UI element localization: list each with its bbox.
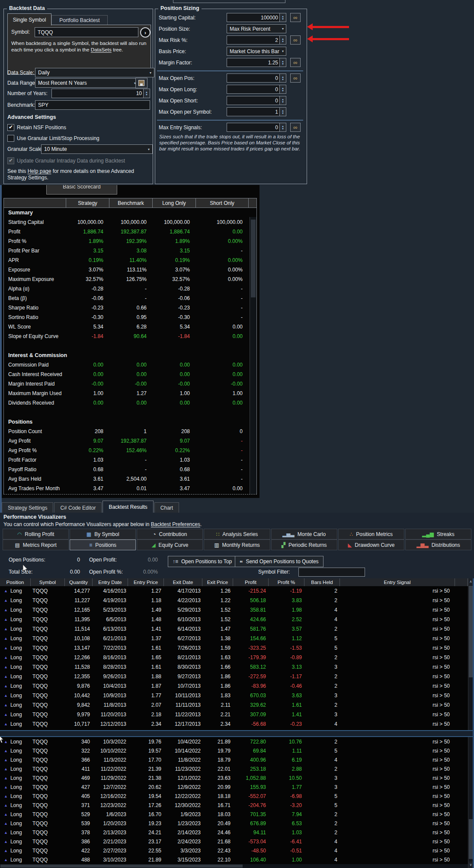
link-parameter-button[interactable]: ∞ [290, 13, 301, 22]
spinner-buttons[interactable]: ▲▼ [143, 89, 150, 98]
visualizer-streaks[interactable]: ▂▄▆Streaks [405, 529, 471, 539]
scrollbar-thumb[interactable] [251, 220, 256, 297]
visualizer-positions[interactable]: ≡Positions [70, 539, 136, 550]
position-row[interactable]: ▲LongTQQQ37112/23/202217.2612/30/202216.… [0, 801, 468, 810]
position-row[interactable]: ▲LongTQQQ10,44210/9/20131.7710/11/20131.… [0, 691, 468, 700]
position-row[interactable]: ▲LongTQQQ46911/29/202221.3812/1/202223.6… [0, 773, 468, 782]
tab-backtest-results[interactable]: Backtest Results [102, 501, 153, 513]
spinner-buttons[interactable]: ▲▼ [279, 74, 286, 82]
spinner-buttons[interactable]: ▲▼ [279, 13, 286, 22]
symbol-filter-input[interactable] [299, 569, 365, 575]
margin-factor-stepper[interactable]: 1.25▲▼ [227, 58, 286, 67]
visualizer-distributions[interactable]: ▂▆▃Distributions [405, 539, 471, 550]
window-splitter[interactable] [0, 730, 474, 737]
scrollbar-thumb[interactable] [469, 586, 473, 677]
max-open-long-stepper[interactable]: 0▲▼ [227, 85, 286, 94]
scrollbar-thumb[interactable] [469, 819, 473, 859]
position-row[interactable]: ▲LongTQQQ12,3559/26/20131.889/27/20131.8… [0, 672, 468, 681]
help-page-link[interactable]: Help page [28, 168, 51, 174]
scorecard-scrollbar[interactable] [250, 217, 256, 494]
open-positions-to-top-button[interactable]: ↑≡ Open Positions to Top [168, 556, 237, 567]
visualizer-drawdown-curve[interactable]: ◣Drawdown Curve [338, 539, 404, 550]
tab-portfolio-backtest[interactable]: Portfolio Backtest [51, 15, 108, 25]
max-risk-stepper[interactable]: 2▲▼ [227, 35, 286, 45]
tab-c-code-editor[interactable]: C# Code Editor [54, 502, 102, 513]
position-row[interactable]: ▲LongTQQQ12,2668/16/20131.658/21/20131.6… [0, 653, 468, 662]
entry-signal-cell: rsi > 50 [340, 645, 455, 651]
link-parameter-button[interactable]: ∞ [290, 35, 301, 45]
link-parameter-button[interactable]: ∞ [290, 123, 301, 132]
visualizer-monte-carlo[interactable]: ▂▅▃Monte Carlo [271, 529, 337, 539]
position-row[interactable]: ▲LongTQQQ3782/13/202324.212/14/202324.46… [0, 828, 468, 837]
position-row[interactable]: ▲LongTQQQ12,1655/23/20131.495/29/20131.5… [0, 605, 468, 615]
visualizer-analysis-series[interactable]: ∷Analysis Series [204, 529, 270, 539]
position-row[interactable]: ▲LongTQQQ4883/10/202321.893/15/202322.10… [0, 855, 468, 864]
visualizer-position-metrics[interactable]: ∴Position Metrics [338, 529, 404, 539]
spinner-buttons[interactable]: ▲▼ [279, 108, 286, 116]
tab-single-symbol[interactable]: Single Symbol [7, 13, 51, 26]
visualizer-metrics-report[interactable]: ▤Metrics Report [3, 539, 69, 550]
position-row[interactable]: ▲LongTQQQ10,71712/12/20132.3412/17/20132… [0, 719, 468, 729]
link-parameter-button[interactable]: ∞ [290, 58, 301, 67]
scorecard-select[interactable]: Basic Scorecard [46, 185, 117, 195]
retain-nsf-checkbox[interactable] [7, 124, 14, 131]
position-row[interactable]: ▲LongTQQQ9,84211/8/20132.0711/11/20132.1… [0, 700, 468, 710]
position-row[interactable]: ▲LongTQQQ4222/27/202322.553/3/202322.43-… [0, 846, 468, 855]
position-row[interactable]: ▲LongTQQQ5291/6/202316.701/9/202318.0370… [0, 810, 468, 819]
granular-limit-checkbox[interactable] [7, 135, 14, 142]
link-parameter-button[interactable]: ∞ [290, 73, 301, 83]
send-open-positions-to-quotes-button[interactable]: “ Send Open Positions to Quotes [235, 556, 323, 567]
starting-capital-stepper[interactable]: 100000▲▼ [227, 13, 286, 22]
visualizer-equity-curve[interactable]: ◢Equity Curve [137, 539, 203, 550]
position-row[interactable]: ▲LongTQQQ11,3956/5/20131.486/10/20131.52… [0, 615, 468, 624]
position-row[interactable]: ▲LongTQQQ10,1086/21/20131.376/27/20131.3… [0, 634, 468, 643]
max-open-per-symbol-stepper[interactable]: 1▲▼ [227, 107, 286, 116]
position-size-select[interactable]: Max Risk Percent▾ [227, 24, 286, 33]
max-entry-signals-stepper[interactable]: 0▲▼ [227, 123, 286, 132]
position-row[interactable]: ▲LongTQQQ13,1477/22/20131.617/26/20131.5… [0, 643, 468, 653]
position-row[interactable]: ▲LongTQQQ9,97911/20/20132.1811/22/20132.… [0, 710, 468, 719]
visualizer-contribution[interactable]: ◔Contribution [137, 529, 203, 539]
spinner-buttons[interactable]: ▲▼ [279, 123, 286, 131]
position-row[interactable]: ▲LongTQQQ11,5146/13/20131.416/14/20131.4… [0, 624, 468, 634]
benchmark-input[interactable] [35, 102, 150, 108]
save-data-range-button[interactable] [135, 78, 147, 88]
position-row[interactable]: ▲LongTQQQ34010/3/202219.7610/4/202221.89… [0, 737, 468, 746]
position-row[interactable]: ▲LongTQQQ14,2774/16/20131.274/17/20131.2… [0, 586, 468, 596]
visualizer-monthly-returns[interactable]: ▥Monthly Returns [204, 539, 270, 550]
number-of-years-input[interactable] [52, 90, 143, 96]
position-row[interactable]: ▲LongTQQQ11,5288/28/20131.618/30/20131.6… [0, 662, 468, 672]
tab-strategy-settings[interactable]: Strategy Settings [2, 502, 53, 513]
position-row[interactable]: ▲LongTQQQ32210/10/202219.5710/14/202219.… [0, 746, 468, 755]
data-scale-select[interactable]: Daily ▾ [35, 68, 154, 77]
basis-price-select[interactable]: Market Close this Bar▾ [227, 47, 286, 56]
position-row[interactable]: ▲LongTQQQ40512/16/202219.5412/22/202218.… [0, 791, 468, 801]
backtest-preferences-link[interactable]: Backtest Preferences [151, 521, 200, 527]
position-row[interactable]: ▲LongTQQQ5391/20/202319.231/23/202320.49… [0, 819, 468, 828]
scrollbar-thumb[interactable] [0, 865, 243, 868]
bars-held-cell: 3 [304, 712, 340, 718]
position-row[interactable]: ▲LongTQQQ3862/21/202323.172/24/202321.68… [0, 837, 468, 846]
max-open-pos-stepper[interactable]: 0▲▼ [227, 73, 286, 83]
spinner-buttons[interactable]: ▲▼ [279, 96, 286, 105]
granular-scale-select[interactable]: 10 Minute ▾ [41, 144, 153, 154]
symbol-input[interactable] [35, 29, 138, 35]
position-row[interactable]: ▲LongTQQQ36611/3/202217.7011/8/202218.79… [0, 755, 468, 764]
visualizer-periodic-returns[interactable]: ▞Periodic Returns [271, 539, 337, 550]
data-range-select[interactable]: Most Recent N Years ▾ [35, 78, 139, 88]
spinner-buttons[interactable]: ▲▼ [279, 85, 286, 93]
position-row[interactable]: ▲LongTQQQ9,87610/4/20131.8710/7/20131.86… [0, 681, 468, 691]
visualizer-by-symbol[interactable]: ▦By Symbol [70, 529, 136, 539]
spinner-buttons[interactable]: ▲▼ [279, 36, 286, 44]
position-row[interactable]: ▲LongTQQQ11,2274/19/20131.184/22/20131.2… [0, 596, 468, 605]
number-of-years-stepper[interactable]: ▲▼ [51, 89, 150, 98]
visualizer-rolling-profit[interactable]: ◠Rolling Profit [3, 529, 69, 539]
spinner-buttons[interactable]: ▲▼ [279, 58, 286, 67]
symbol-go-button[interactable]: › [140, 27, 151, 38]
position-row[interactable]: ▲LongTQQQ42712/7/202220.6212/9/202220.99… [0, 782, 468, 791]
max-open-short-stepper[interactable]: 0▲▼ [227, 96, 286, 105]
position-row[interactable]: ▲LongTQQQ41111/22/202221.3911/23/202222.… [0, 764, 468, 773]
datasets-link[interactable]: DataSets [91, 47, 112, 52]
horizontal-scrollbar[interactable] [0, 864, 468, 868]
tab-chart[interactable]: Chart [154, 502, 179, 513]
